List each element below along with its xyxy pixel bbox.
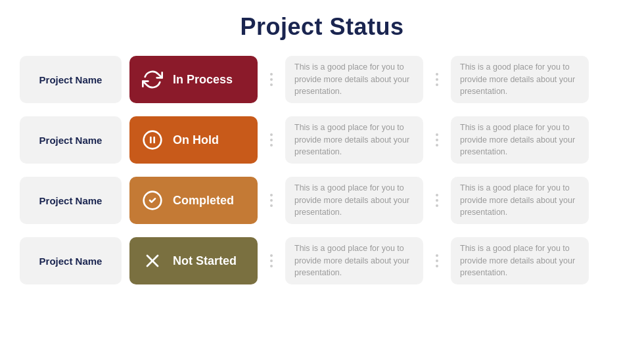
- row-completed: Project Name Completed This is a good pl…: [20, 173, 624, 227]
- rows-container: Project Name In Process This is a good p…: [20, 53, 624, 288]
- status-box-in-process: In Process: [129, 56, 258, 103]
- project-name-not-started: Project Name: [20, 237, 122, 284]
- status-label-on-hold: On Hold: [173, 133, 219, 147]
- page-title: Project Status: [240, 13, 403, 41]
- detail-box2-on-hold: This is a good place for you to provide …: [451, 116, 589, 164]
- detail-box2-in-process: This is a good place for you to provide …: [451, 56, 589, 103]
- detail-text2-completed: This is a good place for you to provide …: [460, 182, 580, 219]
- status-box-on-hold: On Hold: [129, 116, 258, 164]
- detail-box1-on-hold: This is a good place for you to provide …: [285, 116, 423, 164]
- status-box-completed: Completed: [129, 177, 258, 224]
- status-label-not-started: Not Started: [173, 254, 237, 268]
- detail-text2-in-process: This is a good place for you to provide …: [460, 61, 580, 98]
- detail-text1-on-hold: This is a good place for you to provide …: [294, 122, 414, 158]
- row-on-hold: Project Name On Hold This is a good plac…: [20, 113, 624, 167]
- connector2-completed: [431, 194, 443, 207]
- status-icon-in-process: [140, 67, 165, 92]
- detail-text1-in-process: This is a good place for you to provide …: [294, 61, 414, 98]
- detail-box2-not-started: This is a good place for you to provide …: [451, 237, 589, 284]
- status-icon-completed: [140, 188, 165, 213]
- row-in-process: Project Name In Process This is a good p…: [20, 53, 624, 106]
- detail-text2-not-started: This is a good place for you to provide …: [460, 242, 580, 279]
- status-icon-not-started: [140, 248, 165, 273]
- detail-box1-not-started: This is a good place for you to provide …: [285, 237, 423, 284]
- detail-box1-in-process: This is a good place for you to provide …: [285, 56, 423, 103]
- status-label-completed: Completed: [173, 194, 234, 208]
- connector1-on-hold: [265, 133, 277, 147]
- connector1-in-process: [265, 73, 277, 86]
- connector1-completed: [265, 194, 277, 207]
- svg-point-0: [144, 131, 162, 149]
- project-name-on-hold: Project Name: [20, 116, 122, 164]
- status-icon-on-hold: [140, 127, 165, 152]
- detail-text1-completed: This is a good place for you to provide …: [294, 182, 414, 219]
- detail-text1-not-started: This is a good place for you to provide …: [294, 242, 414, 279]
- connector2-not-started: [431, 254, 443, 267]
- detail-text2-on-hold: This is a good place for you to provide …: [460, 122, 580, 158]
- detail-box1-completed: This is a good place for you to provide …: [285, 177, 423, 224]
- status-label-in-process: In Process: [173, 73, 233, 87]
- status-box-not-started: Not Started: [129, 237, 258, 284]
- row-not-started: Project Name Not Started This is a good …: [20, 234, 624, 288]
- project-name-completed: Project Name: [20, 177, 122, 224]
- connector2-on-hold: [431, 133, 443, 147]
- detail-box2-completed: This is a good place for you to provide …: [451, 177, 589, 224]
- project-name-in-process: Project Name: [20, 56, 122, 103]
- connector1-not-started: [265, 254, 277, 267]
- connector2-in-process: [431, 73, 443, 86]
- page: Project Status Project Name In Process T…: [0, 0, 644, 362]
